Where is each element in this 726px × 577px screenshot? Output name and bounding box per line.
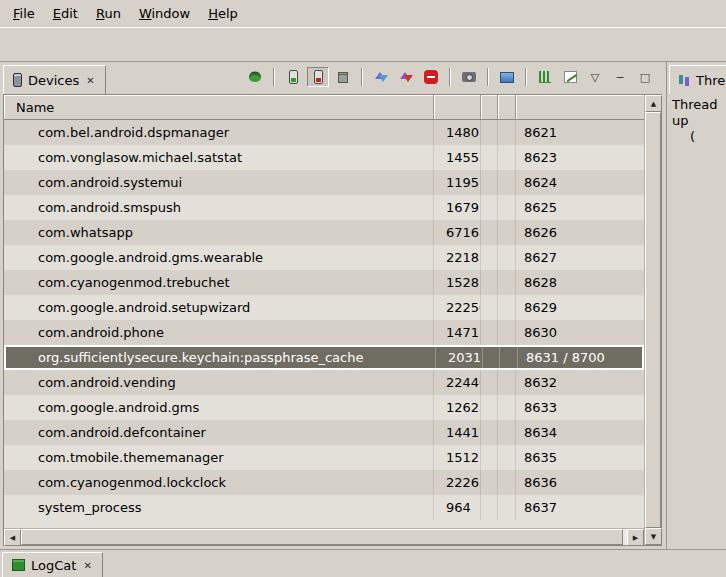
table-row[interactable]: com.android.systemui 1195 8624 [4,170,644,195]
table-row[interactable]: com.whatsapp 6716 8626 [4,220,644,245]
table-row[interactable]: com.cyanogenmod.lockclock 22265 8636 [4,470,644,495]
method-profiling-icon[interactable] [395,67,417,87]
process-pid: 1195 [434,170,481,195]
maximize-icon[interactable]: □ [634,67,656,87]
bug-icon [249,73,261,82]
tab-devices[interactable]: Devices ✕ [3,65,106,94]
update-threads-icon[interactable] [370,67,392,87]
process-name: com.android.smspush [4,195,434,220]
table-row[interactable]: com.google.android.setupwizard 22250 862… [4,295,644,320]
column-header-threads[interactable] [498,95,516,119]
process-name: org.sufficientlysecure.keychain:passphra… [6,347,436,368]
vertical-scroll-track[interactable] [645,112,661,528]
tab-devices-label: Devices [28,73,79,88]
horizontal-scroll-track[interactable] [21,529,627,545]
process-port: 8636 [516,470,644,495]
process-name: com.tmobile.thememanager [4,445,434,470]
update-heap-icon[interactable] [282,67,304,87]
process-name: com.bel.android.dspmanager [4,120,434,145]
column-header-heap[interactable] [481,95,498,119]
column-header-pid[interactable] [434,95,481,119]
heap-indicator-cell [481,320,498,345]
scroll-up-icon[interactable]: ▲ [645,95,662,112]
process-port: 8637 [516,495,644,520]
process-port: 8626 [516,220,644,245]
table-row[interactable]: com.android.vending 22440 8632 [4,370,644,395]
vertical-scroll-thumb[interactable] [645,112,661,528]
process-name: com.google.android.gms.wearable [4,245,434,270]
heap-indicator-cell [481,170,498,195]
scroll-down-icon[interactable]: ▼ [645,528,662,545]
process-name: com.cyanogenmod.lockclock [4,470,434,495]
table-row[interactable]: com.vonglasow.michael.satstat 14553 8623 [4,145,644,170]
toolbar-separator [487,68,489,86]
thread-indicator-cell [498,120,516,145]
menu-item[interactable]: Run [87,2,130,25]
table-row[interactable]: com.android.defcontainer 14411 8634 [4,420,644,445]
table-row[interactable]: com.google.android.gms.wearable 22185 86… [4,245,644,270]
toolbar-separator [361,68,363,86]
network-stats-icon[interactable] [559,67,581,87]
table-row[interactable]: com.cyanogenmod.trebuchet 1528 8628 [4,270,644,295]
process-port: 8633 [516,395,644,420]
minimize-icon[interactable]: − [609,67,631,87]
tab-threads[interactable]: Threads [669,65,726,94]
table-row[interactable]: org.sufficientlysecure.keychain:passphra… [4,345,644,370]
process-pid: 22250 [434,295,481,320]
table-row[interactable]: com.android.smspush 1679 8625 [4,195,644,220]
sysinfo-icon[interactable] [534,67,556,87]
process-port: 8628 [516,270,644,295]
close-icon[interactable]: ✕ [82,560,92,571]
heap-indicator-cell [481,270,498,295]
column-header-port[interactable] [516,95,644,119]
process-port: 8624 [516,170,644,195]
process-port: 8635 [516,445,644,470]
heap-indicator-cell [481,420,498,445]
thread-indicator-cell [498,145,516,170]
logcat-icon [12,559,25,571]
process-name: com.android.defcontainer [4,420,434,445]
debug-process-icon[interactable] [244,67,266,87]
process-port: 8625 [516,195,644,220]
view-menu-icon[interactable]: ▽ [584,67,606,87]
menu-item[interactable]: Help [199,2,247,25]
process-name: com.android.systemui [4,170,434,195]
menu-item[interactable]: File [4,2,44,25]
column-header-name[interactable]: Name [4,95,434,119]
horizontal-scroll-thumb[interactable] [21,529,623,545]
dump-hprof-icon[interactable] [307,67,329,87]
process-name: com.android.vending [4,370,434,395]
horizontal-scrollbar[interactable]: ◀ ▶ [4,528,644,545]
screen-capture-icon[interactable] [458,67,480,87]
tab-logcat[interactable]: LogCat ✕ [2,552,103,577]
table-row[interactable]: com.google.android.gms 12623 8633 [4,395,644,420]
process-pid: 1480 [434,120,481,145]
process-name: com.android.phone [4,320,434,345]
menu-item[interactable]: Edit [44,2,87,25]
thread-indicator-cell [498,245,516,270]
scroll-right-icon[interactable]: ▶ [627,529,644,546]
process-port: 8634 [516,420,644,445]
view-hierarchy-icon[interactable] [496,67,518,87]
table-row[interactable]: system_process 964 8637 [4,495,644,520]
menu-item[interactable]: Window [130,2,199,25]
threads-message-line2: ( [672,129,726,145]
threads-message-line1: Thread up [672,97,726,129]
threads-icon [679,75,690,86]
vertical-scrollbar[interactable]: ▲ ▼ [644,95,661,545]
table-row[interactable]: com.bel.android.dspmanager 1480 8621 [4,120,644,145]
table-row[interactable]: com.tmobile.thememanager 1512 8635 [4,445,644,470]
process-pid: 20311 [436,347,483,368]
thread-indicator-cell [498,295,516,320]
table-row[interactable]: com.android.phone 1471 8630 [4,320,644,345]
heap-indicator-cell [481,245,498,270]
devices-tabbar: Devices ✕ ▽ − □ [0,62,664,94]
scroll-left-icon[interactable]: ◀ [4,529,21,546]
hprof-phone-icon [314,70,323,84]
heap-indicator-cell [481,445,498,470]
stop-process-icon[interactable] [420,67,442,87]
close-icon[interactable]: ✕ [85,75,95,86]
devices-table-panel: Name com.bel.android.dspmanager 1480 862… [3,94,662,546]
cause-gc-icon[interactable] [332,67,354,87]
devices-toolbar: ▽ − □ [244,67,656,87]
